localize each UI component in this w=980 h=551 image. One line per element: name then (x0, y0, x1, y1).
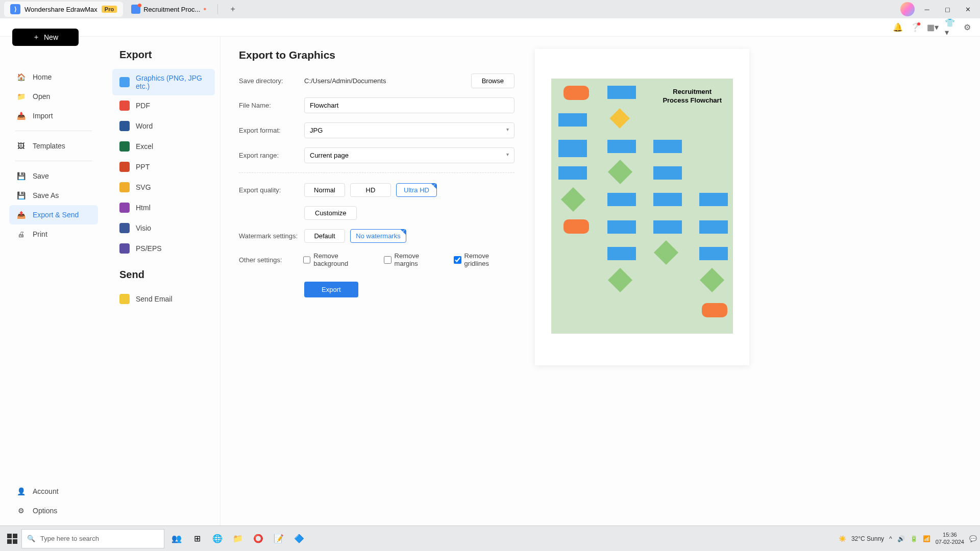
fc-node (607, 140, 636, 153)
nav-import[interactable]: 📥Import (9, 106, 98, 126)
chk-label: Remove gridlines (464, 252, 514, 267)
tb-explorer-icon[interactable]: 📁 (229, 529, 247, 548)
remove-bg-checkbox[interactable]: Remove background (303, 252, 374, 267)
remove-gridlines-checkbox[interactable]: Remove gridlines (454, 252, 514, 267)
export-html[interactable]: Html (107, 197, 220, 218)
nav-label: Print (33, 230, 47, 238)
close-button[interactable]: ✕ (960, 2, 976, 16)
export-ppt[interactable]: PPT (107, 157, 220, 177)
checkbox-input[interactable] (454, 256, 461, 264)
nav-saveas[interactable]: 💾Save As (9, 186, 98, 205)
shirt-icon[interactable]: 👕▾ (945, 23, 954, 32)
tb-people-icon[interactable]: 👥 (167, 529, 186, 548)
fc-node (699, 220, 728, 234)
grid-icon[interactable]: ▦▾ (928, 23, 937, 32)
quality-normal[interactable]: Normal (304, 183, 345, 197)
checkbox-input[interactable] (384, 256, 391, 264)
export-title: Export (107, 49, 220, 69)
maximize-button[interactable]: ◻ (939, 2, 955, 16)
export-label: SVG (136, 183, 151, 191)
new-button[interactable]: ＋ New (12, 29, 79, 46)
nav-save[interactable]: 💾Save (9, 166, 98, 186)
export-excel[interactable]: Excel (107, 136, 220, 157)
quality-ultrahd[interactable]: Ultra HD (396, 183, 437, 197)
export-svg[interactable]: SVG (107, 177, 220, 197)
filename-input[interactable] (304, 97, 514, 113)
windows-start-icon[interactable] (6, 533, 18, 545)
browse-button[interactable]: Browse (471, 73, 514, 88)
tray-notifications-icon[interactable]: 💬 (969, 535, 977, 542)
form-title: Export to Graphics (239, 49, 514, 61)
search-placeholder: Type here to search (40, 535, 99, 542)
nav-export-send[interactable]: 📤Export & Send (9, 205, 98, 224)
preview-pane: RecruitmentProcess Flowchart (535, 49, 749, 365)
nav-account[interactable]: 👤Account (9, 482, 98, 501)
export-pseps[interactable]: PS/EPS (107, 238, 220, 259)
export-label: PPT (136, 163, 150, 171)
nav-label: Import (33, 112, 53, 120)
export-label: Word (136, 122, 153, 130)
weather-icon[interactable]: ☀️ (839, 535, 846, 542)
tb-word-icon[interactable]: 📝 (270, 529, 288, 548)
remove-margins-checkbox[interactable]: Remove margins (384, 252, 444, 267)
tray-chevron-icon[interactable]: ^ (889, 535, 892, 542)
nav-open[interactable]: 📁Open (9, 87, 98, 106)
fc-node (699, 193, 728, 206)
customize-button[interactable]: Customize (304, 206, 357, 220)
nav-print[interactable]: 🖨Print (9, 224, 98, 244)
tb-chrome-icon[interactable]: ⭕ (249, 529, 267, 548)
settings-icon[interactable]: ⚙ (963, 23, 972, 32)
taskbar-clock[interactable]: 15:3607-02-2024 (936, 532, 964, 545)
tb-taskview-icon[interactable]: ⊞ (188, 529, 206, 548)
saveas-icon: 💾 (16, 191, 26, 200)
svg-rect-3 (13, 539, 17, 544)
taskbar: 🔍 Type here to search 👥 ⊞ 🌐 📁 ⭕ 📝 🔷 ☀️ 3… (0, 525, 980, 551)
flowchart-title: RecruitmentProcess Flowchart (663, 88, 722, 105)
export-word[interactable]: Word (107, 116, 220, 136)
fc-node (564, 219, 589, 234)
help-icon[interactable]: ❔ (911, 23, 920, 32)
new-tab-button[interactable]: + (227, 4, 238, 15)
minimize-button[interactable]: ─ (919, 2, 935, 16)
quality-label: Export quality: (239, 186, 304, 194)
tray-volume-icon[interactable]: 🔊 (897, 535, 905, 542)
tb-edraw-icon[interactable]: 🔷 (290, 529, 308, 548)
quality-hd[interactable]: HD (350, 183, 391, 197)
doc-title: Recruitment Proc... (143, 6, 200, 13)
nav-options[interactable]: ⚙Options (9, 501, 98, 520)
bell-icon[interactable]: 🔔 (893, 23, 902, 32)
export-button[interactable]: Export (304, 282, 358, 297)
tray-wifi-icon[interactable]: 📶 (923, 535, 930, 542)
fc-node (609, 108, 630, 129)
filename-label: File Name: (239, 102, 304, 109)
print-icon: 🖨 (16, 230, 26, 239)
send-email[interactable]: Send Email (107, 289, 220, 309)
save-dir-value: C:/Users/Admin/Documents (304, 77, 386, 85)
fc-node (607, 193, 636, 206)
export-pdf[interactable]: PDF (107, 95, 220, 116)
unsaved-indicator: • (203, 5, 206, 14)
user-avatar[interactable] (900, 2, 915, 16)
watermark-none[interactable]: No watermarks (350, 229, 406, 243)
fc-node (653, 220, 682, 234)
range-select[interactable]: Current page (304, 147, 514, 163)
weather-text[interactable]: 32°C Sunny (851, 535, 884, 542)
nav-home[interactable]: 🏠Home (9, 67, 98, 87)
export-label: Graphics (PNG, JPG etc.) (136, 74, 208, 90)
nav-label: Templates (33, 142, 65, 150)
app-tab[interactable]: ⟩ Wondershare EdrawMax Pro (4, 2, 123, 17)
checkbox-input[interactable] (303, 256, 311, 264)
tray-battery-icon[interactable]: 🔋 (910, 535, 918, 542)
html-icon (119, 203, 130, 213)
export-visio[interactable]: Visio (107, 218, 220, 238)
format-select[interactable]: JPG (304, 122, 514, 138)
fc-node (700, 268, 724, 292)
tb-edge-icon[interactable]: 🌐 (208, 529, 227, 548)
watermark-default[interactable]: Default (304, 229, 345, 243)
export-graphics[interactable]: Graphics (PNG, JPG etc.) (112, 69, 215, 95)
nav-templates[interactable]: 🖼Templates (9, 136, 98, 156)
image-icon (119, 77, 130, 87)
nav-label: Export & Send (33, 211, 79, 219)
document-tab[interactable]: Recruitment Proc... • (125, 2, 212, 17)
taskbar-search[interactable]: 🔍 Type here to search (21, 529, 164, 548)
